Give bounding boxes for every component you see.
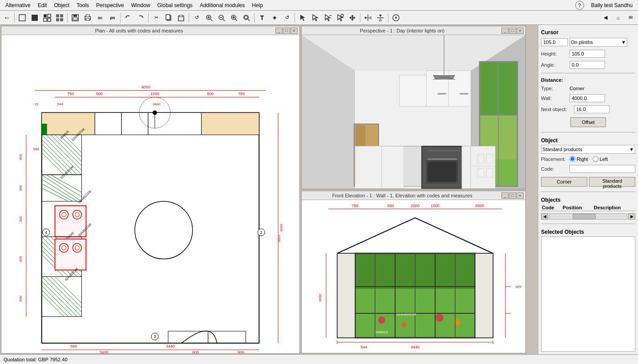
wall-value-input[interactable] bbox=[569, 94, 605, 102]
tb-grid-view[interactable] bbox=[41, 12, 53, 24]
menu-edit[interactable]: Edit bbox=[34, 1, 51, 9]
object-type-dropdown[interactable]: Standard products ▼ bbox=[541, 145, 635, 154]
cursor-value-input[interactable] bbox=[541, 38, 568, 46]
tb-rotate[interactable]: ↺ bbox=[281, 12, 293, 24]
svg-text:583: 583 bbox=[33, 147, 40, 151]
perspective-view[interactable] bbox=[302, 35, 525, 189]
svg-rect-185 bbox=[355, 146, 382, 188]
tb-zoom-out[interactable] bbox=[216, 12, 227, 24]
menu-additional-modules[interactable]: Additional modules bbox=[196, 1, 248, 9]
tb-select[interactable] bbox=[297, 12, 308, 24]
left-radio-item[interactable]: Left bbox=[593, 156, 608, 162]
svg-text:2000: 2000 bbox=[475, 204, 484, 208]
tb-zoom-window[interactable] bbox=[241, 12, 252, 24]
plan-close-btn[interactable]: × bbox=[291, 28, 298, 34]
tb-zoom-in[interactable] bbox=[203, 12, 215, 24]
svg-text:3: 3 bbox=[153, 334, 156, 339]
tb-text[interactable]: T bbox=[256, 12, 268, 24]
tb-select2[interactable] bbox=[309, 12, 321, 24]
scroll-right-btn[interactable]: ▶ bbox=[628, 213, 635, 220]
menu-window[interactable]: Window bbox=[128, 1, 154, 9]
angle-input[interactable] bbox=[569, 61, 605, 69]
type-row: Type: Corner bbox=[541, 86, 635, 91]
svg-rect-6 bbox=[56, 14, 59, 17]
menu-object[interactable]: Object bbox=[50, 1, 73, 9]
svg-rect-155 bbox=[42, 124, 47, 135]
tb-rect-view[interactable] bbox=[16, 12, 28, 24]
help-circle-icon[interactable]: ? bbox=[575, 1, 584, 10]
tb-right-2[interactable]: ⌂ bbox=[612, 12, 624, 24]
right-radio-input[interactable] bbox=[569, 156, 575, 162]
svg-text:750: 750 bbox=[351, 204, 358, 208]
tb-redo[interactable] bbox=[135, 12, 146, 24]
tb-cut[interactable]: ✂ bbox=[150, 12, 162, 24]
toolbar-sep-7 bbox=[295, 13, 295, 23]
elevation-minimize-btn[interactable]: _ bbox=[501, 192, 509, 199]
tb-flip-v[interactable] bbox=[375, 12, 386, 24]
tb-circle-tool[interactable] bbox=[390, 12, 402, 24]
svg-text:HWA16: HWA16 bbox=[376, 330, 388, 334]
tb-pn[interactable]: pn bbox=[107, 12, 118, 24]
svg-rect-8 bbox=[56, 18, 59, 21]
tb-zoom-reset[interactable]: ↺ bbox=[191, 12, 202, 24]
perspective-close-btn[interactable]: × bbox=[517, 28, 524, 34]
next-object-input[interactable] bbox=[574, 105, 610, 113]
plan-minimize-btn[interactable]: _ bbox=[275, 28, 283, 34]
back-button[interactable]: ← bbox=[2, 14, 12, 22]
menu-global-settings[interactable]: Global settings bbox=[153, 1, 196, 9]
scroll-left-btn[interactable]: ◀ bbox=[541, 213, 548, 220]
corner-button[interactable]: Corner bbox=[541, 177, 587, 187]
elevation-close-btn[interactable]: × bbox=[517, 192, 524, 199]
tb-select3[interactable] bbox=[322, 12, 333, 24]
elevation-view[interactable]: 2000 750 500 1500 2000 bbox=[302, 200, 525, 353]
menu-perspective[interactable]: Perspective bbox=[93, 1, 128, 9]
svg-rect-11 bbox=[73, 15, 77, 17]
scroll-track[interactable] bbox=[549, 213, 627, 220]
selected-objects-area bbox=[541, 236, 635, 352]
tb-paste[interactable] bbox=[175, 12, 187, 24]
objects-section-title: Objects bbox=[541, 197, 635, 203]
tb-right-1[interactable]: ◀ bbox=[600, 12, 611, 24]
plan-maximize-btn[interactable]: □ bbox=[283, 28, 290, 34]
offset-button[interactable]: Offset bbox=[570, 117, 606, 127]
menu-alternative[interactable]: Alternative bbox=[2, 1, 34, 9]
left-radio-input[interactable] bbox=[593, 156, 598, 162]
tb-sc[interactable]: sc bbox=[94, 12, 106, 24]
tb-flip-h[interactable] bbox=[362, 12, 374, 24]
tb-plan-view[interactable] bbox=[54, 12, 65, 24]
tb-zoom-fit[interactable] bbox=[228, 12, 240, 24]
svg-rect-1 bbox=[32, 15, 38, 21]
code-input[interactable] bbox=[569, 165, 635, 173]
perspective-svg bbox=[302, 35, 525, 189]
right-radio-item[interactable]: Right bbox=[569, 156, 588, 162]
menu-help[interactable]: Help bbox=[248, 1, 267, 9]
svg-rect-172 bbox=[437, 93, 446, 95]
tb-move[interactable] bbox=[347, 12, 358, 24]
standard-products-button[interactable]: Standard products bbox=[589, 177, 635, 187]
svg-text:4000: 4000 bbox=[141, 85, 150, 89]
tb-undo[interactable] bbox=[122, 12, 134, 24]
svg-rect-3 bbox=[48, 14, 51, 17]
plan-canvas[interactable]: 4000 750 500 1500 500 750 15 544 3440 bbox=[1, 35, 299, 353]
svg-point-210 bbox=[436, 314, 444, 322]
cursor-type-dropdown[interactable]: On plinths ▼ bbox=[569, 38, 627, 47]
placement-row: Placement: Right Left bbox=[541, 156, 635, 162]
menu-tools[interactable]: Tools bbox=[73, 1, 93, 9]
tb-copy[interactable] bbox=[163, 12, 174, 24]
tb-print[interactable] bbox=[82, 12, 93, 24]
svg-text:3440: 3440 bbox=[166, 344, 175, 348]
height-input[interactable] bbox=[569, 50, 605, 58]
perspective-minimize-btn[interactable]: _ bbox=[501, 28, 509, 34]
tb-filled-rect[interactable] bbox=[29, 12, 40, 24]
tb-right-3[interactable]: ✉ bbox=[625, 12, 636, 24]
svg-rect-220 bbox=[337, 253, 355, 338]
svg-text:305: 305 bbox=[515, 285, 521, 289]
tb-measure[interactable]: ◈ bbox=[269, 12, 280, 24]
objects-scrollbar: ◀ ▶ bbox=[541, 213, 635, 220]
tb-select4[interactable] bbox=[334, 12, 346, 24]
perspective-maximize-btn[interactable]: □ bbox=[509, 28, 516, 34]
elevation-maximize-btn[interactable]: □ bbox=[509, 192, 516, 199]
svg-text:2000: 2000 bbox=[411, 204, 420, 208]
tb-save[interactable] bbox=[69, 12, 81, 24]
svg-rect-187 bbox=[462, 146, 471, 188]
